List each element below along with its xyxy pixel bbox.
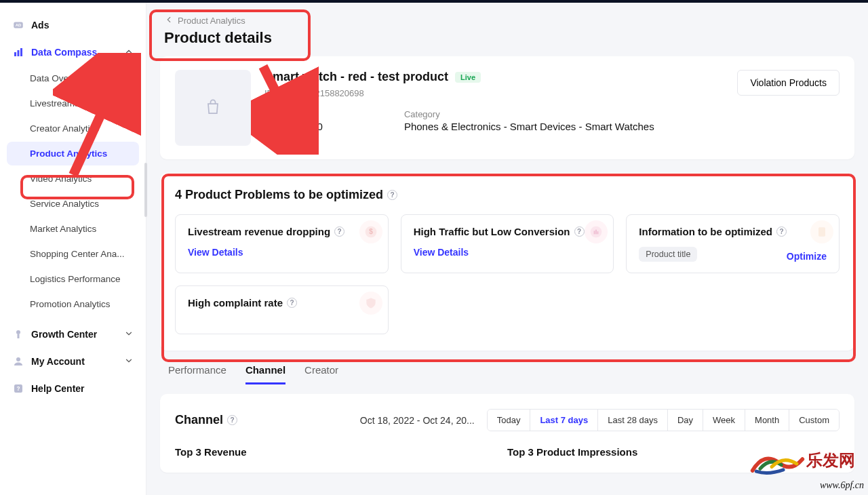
sidebar-item-data-compass[interactable]: Data Compass xyxy=(7,39,139,65)
channel-heading: Channel ? xyxy=(175,413,237,427)
svg-point-5 xyxy=(16,330,20,334)
shield-icon xyxy=(359,292,382,315)
help-tooltip-icon[interactable]: ? xyxy=(334,226,344,237)
help-icon: ? xyxy=(12,382,24,395)
problems-heading: 4 Product Problems to be optimized ? xyxy=(175,188,840,202)
sidebar-item-video-analytics[interactable]: Video Analytics xyxy=(7,167,139,191)
date-range-display[interactable]: Oct 18, 2022 - Oct 24, 20... xyxy=(360,415,475,426)
user-icon xyxy=(12,355,24,368)
svg-rect-15 xyxy=(597,231,599,234)
svg-rect-4 xyxy=(20,48,22,56)
sidebar: AD Ads Data Compass Data Overview Livest… xyxy=(0,0,146,495)
sidebar-item-help-center[interactable]: ? Help Center xyxy=(7,376,139,401)
help-tooltip-icon[interactable]: ? xyxy=(227,415,237,425)
top-revenue-heading: Top 3 Revenue xyxy=(175,446,507,458)
range-day[interactable]: Day xyxy=(668,410,703,431)
page-icon xyxy=(810,220,833,243)
main-content: Product Analytics Product details Smart … xyxy=(146,0,868,495)
chevron-down-icon xyxy=(124,329,134,340)
range-week[interactable]: Week xyxy=(703,410,745,431)
sidebar-item-shopping-center[interactable]: Shopping Center Ana... xyxy=(7,242,139,266)
range-last-7[interactable]: Last 7 days xyxy=(530,410,598,431)
sidebar-item-creator-analytics[interactable]: Creator Analytics xyxy=(7,117,139,140)
top-impressions-heading: Top 3 Product Impressions xyxy=(507,446,840,458)
sidebar-label-growth: Growth Center xyxy=(31,329,97,340)
product-summary-card: Smart watch - red - test product Live ID… xyxy=(160,56,854,159)
page-header: Product Analytics Product details xyxy=(146,0,868,56)
tab-channel[interactable]: Channel xyxy=(245,364,285,384)
svg-rect-3 xyxy=(18,50,20,56)
svg-text:?: ? xyxy=(16,386,20,392)
svg-point-7 xyxy=(16,357,20,361)
problem-card-complaint-rate: High complaint rate? xyxy=(175,285,389,334)
optimize-link[interactable]: Optimize xyxy=(787,251,827,262)
tag-product-title: Product title xyxy=(639,247,697,262)
svg-rect-13 xyxy=(594,231,595,234)
traffic-icon xyxy=(585,220,608,243)
growth-icon xyxy=(12,328,24,340)
svg-text:$: $ xyxy=(369,228,373,235)
help-tooltip-icon[interactable]: ? xyxy=(776,226,787,237)
category-label: Category xyxy=(404,109,654,119)
view-details-link[interactable]: View Details xyxy=(188,247,243,258)
svg-text:AD: AD xyxy=(16,23,22,27)
product-name: Smart watch - red - test product xyxy=(264,70,448,84)
breadcrumb[interactable]: Product Analytics xyxy=(164,15,850,26)
sidebar-label-ads: Ads xyxy=(31,20,49,31)
sidebar-label-data-compass: Data Compass xyxy=(31,47,97,58)
product-thumbnail xyxy=(175,70,251,146)
page-title: Product details xyxy=(164,29,850,47)
problem-card-livestream-drop: $ Livestream revenue dropping? View Deta… xyxy=(175,214,389,273)
range-today[interactable]: Today xyxy=(488,410,531,431)
sidebar-label-help: Help Center xyxy=(31,383,85,394)
sidebar-item-livestreams[interactable]: Livestreams Analytics xyxy=(7,92,139,115)
date-range-segmented: Today Last 7 days Last 28 days Day Week … xyxy=(487,409,840,431)
sidebar-item-my-account[interactable]: My Account xyxy=(7,349,139,374)
chevron-down-icon xyxy=(124,356,134,368)
chevron-up-icon xyxy=(124,47,134,58)
svg-rect-16 xyxy=(818,227,825,236)
problem-card-low-conversion: High Traffic but Low Conversion? View De… xyxy=(401,214,614,273)
sidebar-item-promotion[interactable]: Promotion Analytics xyxy=(7,292,139,316)
channel-card: Channel ? Oct 18, 2022 - Oct 24, 20... T… xyxy=(160,394,854,473)
sidebar-item-growth-center[interactable]: Growth Center xyxy=(7,321,139,347)
sidebar-item-ads[interactable]: AD Ads xyxy=(7,12,139,38)
price-label: Price xyxy=(264,109,323,119)
sidebar-item-market-analytics[interactable]: Market Analytics xyxy=(7,217,139,241)
sidebar-item-service-analytics[interactable]: Service Analytics xyxy=(7,192,139,216)
chart-bar-icon xyxy=(12,46,24,58)
category-value: Phones & Electronics - Smart Devices - S… xyxy=(404,121,654,132)
breadcrumb-parent: Product Analytics xyxy=(178,16,245,26)
tab-creator[interactable]: Creator xyxy=(304,364,338,384)
svg-rect-2 xyxy=(14,52,16,56)
problem-card-info-optimize: Information to be optimized? Product tit… xyxy=(626,214,840,273)
sidebar-item-data-overview[interactable]: Data Overview xyxy=(7,66,139,90)
svg-rect-6 xyxy=(18,334,20,338)
violation-products-button[interactable]: Violation Products xyxy=(737,70,840,96)
help-tooltip-icon[interactable]: ? xyxy=(387,190,397,200)
help-tooltip-icon[interactable]: ? xyxy=(574,226,585,237)
sidebar-label-account: My Account xyxy=(31,356,85,367)
chevron-left-icon xyxy=(164,15,174,26)
view-details-link[interactable]: View Details xyxy=(414,247,469,258)
sidebar-item-logistics[interactable]: Logistics Performance xyxy=(7,267,139,291)
range-month[interactable]: Month xyxy=(745,410,789,431)
status-badge: Live xyxy=(455,72,481,83)
problems-card: 4 Product Problems to be optimized ? $ L… xyxy=(160,173,854,351)
sidebar-item-product-analytics[interactable]: Product Analytics xyxy=(7,142,139,165)
range-custom[interactable]: Custom xyxy=(789,410,839,431)
help-tooltip-icon[interactable]: ? xyxy=(287,298,297,308)
range-last-28[interactable]: Last 28 days xyxy=(598,410,668,431)
dollar-icon: $ xyxy=(359,220,382,243)
tab-performance[interactable]: Performance xyxy=(168,364,226,384)
svg-rect-14 xyxy=(595,230,597,235)
price-value: Rp6.900.000 xyxy=(264,121,323,132)
section-tabs: Performance Channel Creator xyxy=(146,351,868,384)
ads-icon: AD xyxy=(12,19,24,31)
product-id: ID 729391222158820698 xyxy=(264,88,724,98)
